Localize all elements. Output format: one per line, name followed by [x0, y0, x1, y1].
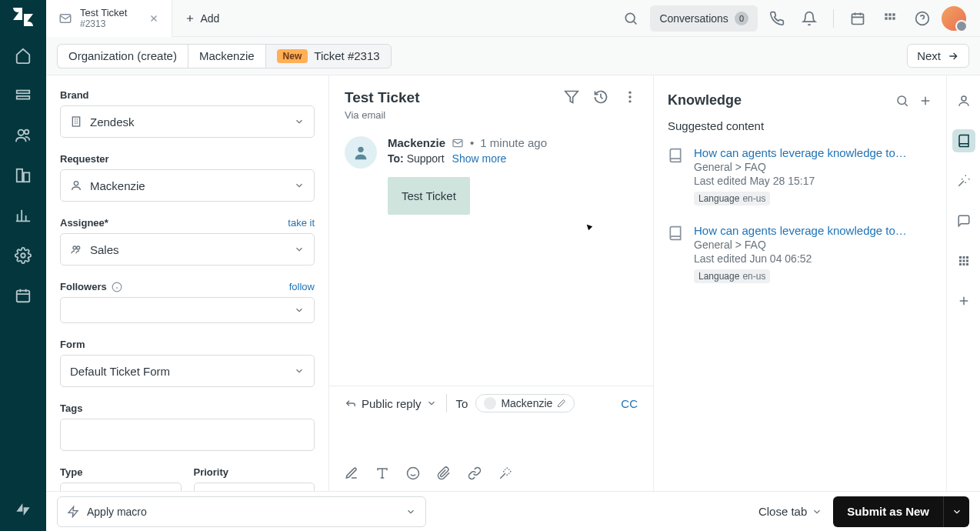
take-it-link[interactable]: take it — [288, 217, 315, 229]
calendar-top-icon[interactable] — [845, 5, 871, 32]
svg-rect-15 — [888, 17, 891, 19]
form-label: Form — [60, 339, 315, 350]
user-context-icon[interactable] — [952, 89, 975, 112]
message-author[interactable]: Mackenzie — [388, 136, 445, 149]
knowledge-panel: Knowledge Suggested content How can agen… — [654, 75, 946, 491]
nav-home-icon[interactable] — [12, 45, 34, 66]
chevron-down-icon — [294, 366, 305, 376]
cc-link[interactable]: CC — [621, 397, 638, 410]
phone-icon[interactable] — [764, 5, 790, 32]
nav-reporting-icon[interactable] — [12, 205, 34, 226]
search-icon[interactable] — [618, 5, 644, 32]
apps-grid-icon[interactable] — [877, 5, 903, 32]
chat-icon[interactable] — [952, 209, 975, 232]
requester-select[interactable]: Mackenzie — [60, 169, 315, 202]
next-button[interactable]: Next — [907, 44, 969, 68]
conversations-count: 0 — [735, 12, 748, 25]
ai-wand-icon[interactable] — [952, 169, 975, 192]
more-icon[interactable] — [622, 89, 638, 105]
article-title: How can agents leverage knowledge to hel… — [694, 146, 909, 159]
chevron-down-icon — [426, 398, 437, 409]
knowledge-item[interactable]: How can agents leverage knowledge to hel… — [668, 146, 932, 205]
svg-rect-33 — [966, 256, 968, 259]
svg-point-28 — [408, 468, 419, 479]
link-icon[interactable] — [468, 466, 482, 480]
svg-point-30 — [962, 96, 966, 101]
submit-button[interactable]: Submit as New — [833, 496, 943, 527]
brand-select[interactable]: Zendesk — [60, 105, 315, 138]
add-tab-button[interactable]: Add — [172, 12, 232, 25]
lightning-icon — [67, 506, 79, 518]
nav-calendar-icon[interactable] — [12, 285, 34, 306]
help-icon[interactable] — [909, 5, 935, 32]
knowledge-title: Knowledge — [668, 92, 886, 109]
svg-point-29 — [898, 96, 906, 105]
nav-customers-icon[interactable] — [12, 125, 34, 146]
nav-organizations-icon[interactable] — [12, 165, 34, 186]
filter-icon[interactable] — [564, 89, 579, 105]
svg-rect-37 — [959, 263, 962, 266]
requester-label: Requester — [60, 153, 315, 165]
svg-rect-11 — [885, 13, 887, 15]
submit-dropdown[interactable] — [943, 496, 969, 527]
breadcrumb-org[interactable]: Organization (create) — [57, 44, 188, 68]
svg-rect-0 — [17, 91, 30, 94]
reply-type-select[interactable]: Public reply — [345, 397, 437, 410]
user-avatar[interactable] — [942, 6, 966, 31]
priority-select[interactable]: Normal — [194, 483, 315, 491]
text-format-icon[interactable] — [375, 466, 389, 480]
user-icon — [70, 179, 82, 192]
article-path: General > FAQ — [694, 161, 909, 173]
breadcrumb-ticket[interactable]: New Ticket #2313 — [265, 44, 392, 68]
form-select[interactable]: Default Ticket Form — [60, 355, 315, 387]
svg-point-24 — [628, 95, 631, 98]
email-icon — [58, 12, 72, 25]
brand-label: Brand — [60, 89, 315, 101]
nav-admin-icon[interactable] — [12, 245, 34, 266]
add-app-icon[interactable] — [952, 289, 975, 312]
zendesk-logo-icon — [12, 8, 35, 26]
tags-label: Tags — [60, 402, 315, 414]
reply-textarea[interactable] — [329, 420, 653, 462]
nav-views-icon[interactable] — [12, 85, 34, 106]
compose-icon[interactable] — [345, 466, 358, 480]
knowledge-search-icon[interactable] — [895, 94, 909, 108]
knowledge-item[interactable]: How can agents leverage knowledge to hel… — [668, 224, 932, 283]
emoji-icon[interactable] — [406, 466, 420, 480]
workspace-tab[interactable]: Test Ticket #2313 — [46, 0, 172, 37]
svg-rect-34 — [959, 260, 962, 262]
info-icon[interactable] — [112, 282, 122, 292]
svg-point-9 — [626, 13, 635, 22]
attachment-icon[interactable] — [437, 466, 451, 480]
chevron-down-icon — [294, 116, 305, 127]
assignee-select[interactable]: Sales — [60, 233, 315, 266]
followers-select[interactable] — [60, 297, 315, 323]
type-select[interactable]: - — [60, 483, 182, 491]
apply-macro-button[interactable]: Apply macro — [57, 496, 426, 527]
nav-zendesk-icon[interactable] — [12, 499, 34, 520]
tags-input[interactable] — [60, 419, 315, 451]
message-body: Test Ticket — [388, 177, 470, 215]
bell-icon[interactable] — [796, 5, 822, 32]
type-label: Type — [60, 466, 182, 478]
channel-icon — [452, 137, 464, 149]
show-more-link[interactable]: Show more — [452, 152, 507, 165]
breadcrumb-user[interactable]: Mackenzie — [188, 44, 265, 68]
assignee-label: Assignee* — [60, 217, 108, 229]
article-title: How can agents leverage knowledge to hel… — [694, 224, 909, 237]
knowledge-add-icon[interactable] — [918, 94, 932, 108]
svg-point-3 — [25, 130, 29, 135]
svg-point-21 — [77, 246, 80, 249]
conversations-button[interactable]: Conversations 0 — [650, 5, 758, 32]
context-apps-rail — [946, 75, 980, 491]
history-icon[interactable] — [593, 89, 608, 105]
close-icon[interactable] — [148, 13, 159, 24]
left-nav-rail — [0, 0, 46, 531]
close-tab-button[interactable]: Close tab — [758, 505, 822, 518]
pencil-icon[interactable] — [557, 399, 566, 408]
knowledge-app-icon[interactable] — [952, 129, 975, 152]
apps-icon[interactable] — [952, 249, 975, 272]
macro-wand-icon[interactable] — [498, 466, 512, 480]
reply-to-chip[interactable]: Mackenzie — [475, 394, 575, 412]
follow-link[interactable]: follow — [289, 281, 315, 292]
